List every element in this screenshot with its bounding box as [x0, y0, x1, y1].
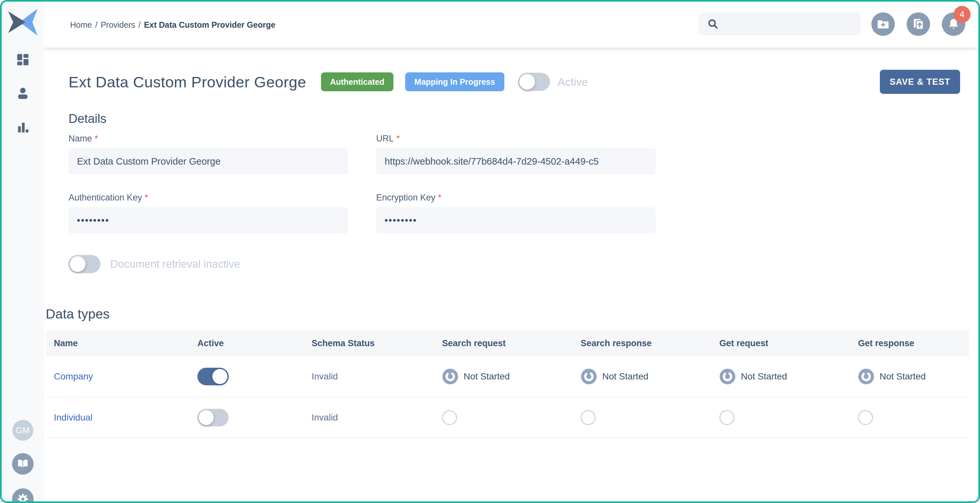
status-badge-mapping: Mapping In Progress — [405, 72, 504, 91]
sidebar-item-dashboard[interactable] — [15, 52, 31, 67]
url-field[interactable] — [376, 148, 656, 175]
data-types-section: Data types Name Active Schema Status Sea… — [46, 306, 969, 438]
individual-schema-status: Invalid — [312, 413, 338, 423]
individual-get-response-status[interactable] — [858, 410, 873, 425]
col-name: Name — [46, 338, 189, 349]
required-asterisk: * — [95, 134, 98, 144]
progress-not-started-icon — [581, 368, 597, 385]
search-icon — [707, 18, 719, 30]
progress-not-started-icon — [442, 368, 458, 385]
book-icon — [17, 458, 29, 470]
person-icon — [15, 86, 30, 101]
individual-get-request-status[interactable] — [719, 410, 734, 425]
search-input[interactable] — [698, 13, 861, 35]
import-button[interactable] — [907, 13, 930, 36]
active-toggle-label: Active — [558, 76, 588, 88]
breadcrumb-current: Ext Data Custom Provider George — [144, 20, 275, 30]
doc-retrieval-toggle[interactable] — [68, 255, 100, 273]
field-url: URL * — [376, 134, 656, 175]
sidebar: GM — [2, 2, 44, 501]
company-search-request-status[interactable]: Not Started — [442, 368, 510, 385]
page-title: Ext Data Custom Provider George — [68, 73, 306, 91]
logo-icon — [7, 6, 39, 38]
col-get-request: Get request — [711, 338, 850, 349]
table-header: Name Active Schema Status Search request… — [46, 330, 969, 356]
table-row-individual: Individual Invalid — [46, 397, 969, 438]
enc-key-field[interactable] — [376, 207, 656, 233]
notification-count-badge: 4 — [954, 6, 970, 23]
col-search-request: Search request — [434, 338, 573, 349]
individual-search-request-status[interactable] — [442, 410, 457, 425]
company-search-response-status[interactable]: Not Started — [581, 368, 649, 385]
add-provider-button[interactable] — [871, 13, 895, 36]
title-row: Ext Data Custom Provider George Authenti… — [68, 67, 960, 96]
name-label: Name — [68, 134, 92, 144]
notifications-button[interactable]: 4 — [942, 13, 965, 36]
individual-active-toggle[interactable] — [197, 409, 229, 427]
required-asterisk: * — [438, 193, 442, 203]
field-auth-key: Authentication Key * — [68, 193, 348, 233]
enc-key-label: Encryption Key — [376, 193, 436, 203]
app-logo[interactable] — [7, 6, 39, 38]
auth-key-field[interactable] — [68, 207, 348, 233]
individual-search-response-status[interactable] — [581, 410, 596, 425]
search-box — [698, 13, 861, 35]
breadcrumb-separator: / — [138, 20, 141, 30]
save-and-test-button[interactable]: SAVE & TEST — [880, 70, 960, 94]
upload-copy-icon — [912, 17, 925, 31]
col-active: Active — [189, 338, 303, 349]
required-asterisk: * — [396, 134, 400, 144]
toggle-knob — [70, 256, 86, 272]
col-schema-status: Schema Status — [303, 338, 434, 349]
company-schema-status: Invalid — [312, 371, 338, 382]
doc-retrieval-row: Document retrieval inactive — [68, 255, 699, 273]
documentation-button[interactable] — [12, 453, 33, 474]
required-asterisk: * — [145, 193, 148, 203]
breadcrumb-separator: / — [95, 20, 97, 30]
sidebar-item-reports[interactable] — [15, 120, 31, 135]
breadcrumb: Home / Providers / Ext Data Custom Provi… — [70, 2, 275, 48]
url-label: URL — [376, 134, 394, 144]
sidebar-item-users[interactable] — [15, 86, 31, 102]
details-fields: Name * URL * Authentication Key * — [68, 134, 699, 233]
progress-not-started-icon — [858, 368, 874, 385]
details-section: Details Name * URL * — [68, 112, 699, 273]
toggle-knob — [212, 369, 228, 384]
toggle-knob — [519, 74, 535, 90]
col-get-response: Get response — [850, 338, 969, 349]
avatar[interactable]: GM — [13, 420, 33, 441]
toggle-knob — [199, 410, 214, 425]
breadcrumb-providers[interactable]: Providers — [101, 20, 135, 30]
col-search-response: Search response — [573, 338, 711, 349]
datatype-link-individual[interactable]: Individual — [54, 413, 92, 423]
name-field[interactable] — [68, 148, 348, 175]
app-window: GM Home / Providers — [0, 0, 980, 503]
field-name: Name * — [68, 134, 348, 175]
progress-not-started-icon — [719, 368, 736, 385]
company-get-request-status[interactable]: Not Started — [719, 368, 787, 385]
dashboard-icon — [15, 52, 30, 67]
folder-plus-icon — [877, 17, 889, 31]
sidebar-nav — [2, 52, 44, 135]
field-enc-key: Encryption Key * — [376, 193, 656, 233]
company-active-toggle[interactable] — [197, 368, 229, 385]
data-types-heading: Data types — [46, 306, 969, 322]
status-badge-authenticated: Authenticated — [321, 72, 394, 91]
datatype-link-company[interactable]: Company — [54, 371, 93, 382]
bar-chart-icon — [16, 120, 30, 135]
table-row-company: Company Invalid Not Started — [46, 356, 969, 397]
details-heading: Details — [68, 112, 699, 126]
breadcrumb-home[interactable]: Home — [70, 20, 92, 30]
active-toggle[interactable] — [518, 73, 550, 91]
gear-icon — [17, 493, 29, 503]
company-get-response-status[interactable]: Not Started — [858, 368, 926, 385]
main-content: Ext Data Custom Provider George Authenti… — [44, 48, 978, 501]
auth-key-label: Authentication Key — [68, 193, 142, 203]
top-header: Home / Providers / Ext Data Custom Provi… — [44, 2, 978, 48]
header-actions: 4 — [871, 13, 965, 36]
doc-retrieval-label: Document retrieval inactive — [110, 258, 240, 270]
settings-button[interactable] — [12, 488, 33, 503]
